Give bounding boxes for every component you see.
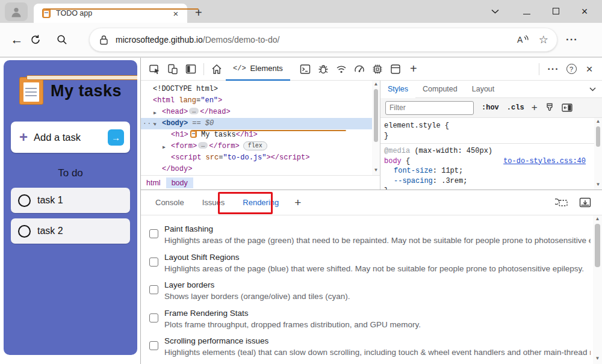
dom-tree-line[interactable]: </body> [141,164,372,175]
dom-tree-line[interactable]: ▶<form>…</form>flex [141,141,372,152]
toggle-element-state-icon[interactable] [562,103,573,112]
minimize-icon[interactable] [520,7,533,16]
dock-side-icon[interactable] [182,60,200,78]
url-text[interactable]: microsoftedge.github.io/Demos/demo-to-do… [116,35,506,45]
tab-actions-chevron-icon[interactable] [491,9,504,14]
ellipsis-button[interactable]: … [189,108,199,114]
toolbar-separator [539,63,539,75]
frame-rendering-stats-checkbox[interactable] [149,313,158,322]
stylesheet-link[interactable]: to-do-styles.css:40 [503,156,586,167]
option-label[interactable]: Layout Shift Regions [164,251,591,263]
new-style-rule-icon[interactable]: + [532,102,538,114]
rendering-brush-icon[interactable] [545,103,554,113]
styles-filter-input[interactable] [385,101,474,115]
scroll-down-icon[interactable]: ▼ [596,181,601,188]
dom-tree-line[interactable]: <!DOCTYPE html> [141,84,372,95]
devtools-help-icon[interactable]: ? [562,60,580,78]
page-viewport: My tasks + Add a task → To do task 1 tas… [0,58,140,364]
scroll-up-icon[interactable]: ▲ [596,118,601,125]
tab-layout[interactable]: Layout [465,81,502,98]
close-window-icon[interactable]: × [578,5,591,18]
application-storage-icon[interactable] [386,60,405,78]
add-task-submit-button[interactable]: → [108,129,124,146]
option-label[interactable]: Layer borders [164,279,591,291]
drawer-more-tabs-icon[interactable]: + [294,196,301,209]
dom-tree-line[interactable]: ▶<head>…</head> [141,106,372,118]
task-row[interactable]: task 2 [11,218,130,244]
css-declaration[interactable]: font-size: 11pt; [384,166,594,176]
browser-tab[interactable]: TODO app × [34,4,187,23]
layer-borders-checkbox[interactable] [149,285,158,294]
back-icon[interactable]: ← [4,32,30,47]
tab-elements[interactable]: </> Elements [226,58,290,81]
devtools-toolbar: </> Elements + ·· [141,58,602,81]
performance-gauge-icon[interactable] [350,60,368,78]
ellipsis-button[interactable]: … [198,142,208,149]
devtools-close-icon[interactable]: × [580,60,598,78]
maximize-icon[interactable] [549,7,562,16]
css-declaration[interactable]: --spacing: .3rem; [384,176,594,187]
media-query-line[interactable]: @media (max-width: 450px) [384,146,594,156]
tab-console[interactable]: Console [155,198,184,207]
more-tabs-chevron-icon[interactable] [589,87,596,91]
element-style-rule[interactable]: element.style { [384,121,594,131]
console-tool-icon[interactable] [296,60,314,78]
scroll-up-icon[interactable]: ▲ [374,81,379,88]
browser-menu-icon[interactable]: ··· [566,34,578,46]
lock-icon [99,35,108,45]
task-checkbox[interactable] [18,194,31,207]
scroll-down-icon[interactable]: ▼ [374,167,379,174]
dom-tree-line[interactable]: <h1> My tasks</h1> [141,129,372,141]
tab-computed[interactable]: Computed [415,81,465,98]
dom-tree-line[interactable]: <script src="to-do.js"></script> [141,152,372,164]
read-aloud-icon[interactable]: A [516,34,529,45]
option-label[interactable]: Scrolling performance issues [164,335,591,347]
layout-shift-regions-checkbox[interactable] [149,258,158,267]
tab-close-icon[interactable]: × [170,8,181,19]
network-conditions-icon[interactable] [332,60,350,78]
debug-bug-icon[interactable] [314,60,332,78]
collapse-arrow-icon[interactable]: ▼ [154,119,157,130]
tab-styles[interactable]: Styles [380,81,415,98]
drawer-history-icon[interactable] [555,197,568,208]
dom-tree-line[interactable]: <html lang="en"> [141,95,372,106]
browser-tab-strip: TODO app × + × [0,0,602,23]
scrolling-performance-checkbox[interactable] [149,341,158,350]
dom-tree-scrollbar[interactable]: ▲ ▼ [372,81,380,175]
dom-tree-line-selected[interactable]: ···▼<body>== $0 [141,118,372,129]
favorites-star-icon[interactable]: ☆ [539,33,548,46]
search-icon[interactable] [57,34,83,45]
address-bar[interactable]: microsoftedge.github.io/Demos/demo-to-do… [89,28,557,52]
option-label[interactable]: Paint flashing [164,223,591,235]
inspect-element-icon[interactable] [146,60,164,78]
drawer-collapse-icon[interactable] [579,197,591,208]
new-tab-button[interactable]: + [195,6,202,20]
toggle-class-button[interactable]: .cls [507,103,524,112]
expand-arrow-icon[interactable]: ▶ [154,107,157,119]
tab-issues[interactable]: Issues [202,198,225,207]
scroll-up-icon[interactable]: ▲ [595,215,600,223]
device-emulation-icon[interactable] [164,60,182,78]
breadcrumb-body[interactable]: body [166,177,193,188]
home-icon[interactable] [208,60,226,78]
flex-badge[interactable]: flex [243,141,267,150]
task-row[interactable]: task 1 [11,188,130,213]
refresh-icon[interactable] [30,34,57,45]
task-checkbox[interactable] [18,225,31,238]
tab-rendering[interactable]: Rendering [243,198,279,207]
css-rule-header[interactable]: body {to-do-styles.css:40 [384,156,594,167]
add-task-field[interactable]: + Add a task → [11,122,130,153]
breadcrumb-html[interactable]: html [141,177,166,188]
styles-scrollbar[interactable]: ▲ ▼ [594,118,602,190]
more-tools-plus-icon[interactable]: + [405,60,423,78]
devtools-more-icon[interactable]: ··· [544,60,562,78]
memory-cpu-icon[interactable] [368,60,386,78]
expand-arrow-icon[interactable]: ▶ [163,141,166,153]
scroll-down-icon[interactable]: ▼ [595,355,600,362]
clipboard-emoji-icon [190,130,197,138]
rendering-scrollbar[interactable]: ▲ ▼ [593,215,602,364]
paint-flashing-checkbox[interactable] [149,229,158,238]
profile-avatar[interactable] [5,2,28,21]
option-label[interactable]: Frame Rendering Stats [164,307,591,319]
toggle-hover-state-button[interactable]: :hov [482,103,499,112]
